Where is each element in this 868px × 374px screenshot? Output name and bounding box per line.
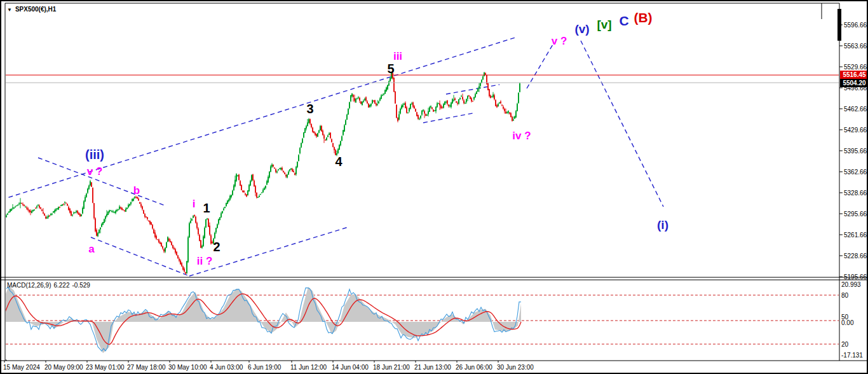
macd-indicator-label: MACD(12,26,9)6.222-0.529 xyxy=(7,282,93,289)
wave-label[interactable]: 4 xyxy=(335,155,342,169)
trendline[interactable] xyxy=(1,37,517,200)
wave-label[interactable]: 3 xyxy=(306,102,313,116)
symbol-dropdown-icon[interactable]: ▼ xyxy=(7,7,12,13)
date-tick-label: 30 May 10:00 xyxy=(168,364,207,371)
price-tick-label: 5261.66 xyxy=(844,232,867,239)
price-tick-label: 5195.66 xyxy=(844,274,867,280)
trendline[interactable] xyxy=(91,237,189,276)
wave-label[interactable]: v ? xyxy=(552,35,567,47)
wave-label[interactable]: (iii) xyxy=(85,148,104,162)
chart-window: (iii)v ?abiii ?12345iiiiv ?v ?(v)[v]C(B)… xyxy=(0,0,868,374)
price-tick-label: 5462.66 xyxy=(844,106,867,113)
price-tick-label: 5596.66 xyxy=(844,22,867,29)
price-tick-label: 5362.66 xyxy=(844,169,867,176)
wave-label[interactable]: iv ? xyxy=(512,130,531,142)
macd-scale-label: -17.131 xyxy=(841,352,863,359)
macd-main-line xyxy=(6,287,521,351)
wave-label[interactable]: b xyxy=(133,184,140,197)
price-tick-label: 5429.66 xyxy=(844,127,867,134)
date-tick-label: 21 Jun 13:00 xyxy=(414,364,451,371)
price-tick-label: 5295.66 xyxy=(844,211,867,218)
symbol-name: SPX500(€),H1 xyxy=(15,6,56,13)
candles xyxy=(6,72,520,275)
price-tick-label: 5529.66 xyxy=(844,64,867,71)
wave-label[interactable]: 5 xyxy=(387,62,394,76)
bid-price-badge: 5516.45 xyxy=(840,71,868,79)
symbol-label: ▼SPX500(€),H1 xyxy=(7,6,56,13)
price-tick-label: 5228.66 xyxy=(844,253,867,260)
macd-signal-value: -0.529 xyxy=(72,282,90,289)
macd-scale-label: 20.993 xyxy=(841,281,861,288)
trendline[interactable] xyxy=(581,41,663,207)
date-tick-label: 4 Jun 03:00 xyxy=(210,364,243,371)
date-tick-label: 18 Jun 21:00 xyxy=(373,364,410,371)
wave-label[interactable]: v ? xyxy=(87,165,103,177)
date-tick-label: 23 May 01:00 xyxy=(86,364,125,371)
pane-resize-grip[interactable] xyxy=(2,355,7,361)
price-tick-label: 5563.66 xyxy=(844,43,867,50)
trendline[interactable] xyxy=(527,45,553,88)
date-tick-label: 26 Jun 06:00 xyxy=(456,364,492,371)
wave-label[interactable]: 2 xyxy=(213,240,220,254)
macd-pane xyxy=(1,286,839,361)
date-tick-label: 15 May 2024 xyxy=(3,364,40,371)
trendline[interactable] xyxy=(423,113,473,123)
date-tick-label: 30 Jun 23:00 xyxy=(497,364,534,371)
wave-label[interactable]: ii ? xyxy=(197,255,213,267)
date-tick-label: 27 May 18:00 xyxy=(127,364,166,371)
trendline[interactable] xyxy=(446,85,499,94)
wave-label[interactable]: iii xyxy=(393,50,402,62)
wave-label[interactable]: a xyxy=(88,243,95,255)
wave-label[interactable]: [v] xyxy=(597,18,611,31)
macd-level-label: 80 xyxy=(841,292,849,299)
wave-label[interactable]: (i) xyxy=(657,218,668,232)
wave-label[interactable]: (v) xyxy=(574,22,589,36)
macd-level-label: 20 xyxy=(841,341,849,348)
wave-label[interactable]: C xyxy=(619,13,628,28)
date-tick-label: 6 Jun 19:00 xyxy=(248,364,281,371)
wave-label[interactable]: 1 xyxy=(203,201,210,215)
last-price-badge: 5504.20 xyxy=(840,79,868,87)
price-tick-label: 5395.66 xyxy=(844,148,867,155)
price-tick-label: 5328.66 xyxy=(844,190,867,197)
date-tick-label: 14 Jun 04:00 xyxy=(332,364,369,371)
macd-main-value: 6.222 xyxy=(53,282,69,289)
price-chart[interactable]: (iii)v ?abiii ?12345iiiiv ?v ?(v)[v]C(B)… xyxy=(1,1,868,374)
macd-name: MACD(12,26,9) xyxy=(7,282,51,289)
wave-label[interactable]: i xyxy=(193,198,196,210)
macd-scale-label: 0.00 xyxy=(841,319,854,326)
date-tick-label: 11 Jun 12:00 xyxy=(290,364,327,371)
date-tick-label: 20 May 09:00 xyxy=(44,364,83,371)
wave-label[interactable]: (B) xyxy=(634,10,652,25)
